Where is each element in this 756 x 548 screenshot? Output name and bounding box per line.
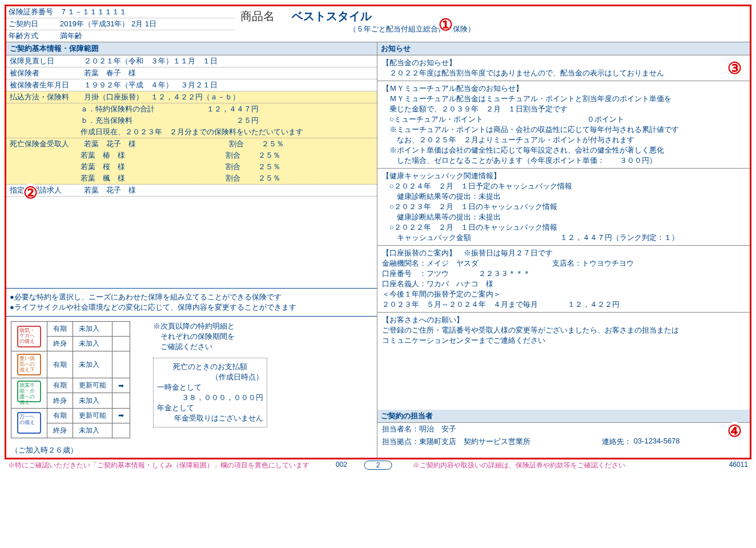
payment-b: ｂ．充当保険料 ２５円 bbox=[81, 115, 259, 126]
ratio-label: 割合 bbox=[206, 173, 240, 183]
rider-term: 有期 bbox=[47, 351, 73, 378]
contract-date: 2019年（平成31年） 2月 1日 bbox=[60, 19, 156, 29]
product-name: ベストスタイル bbox=[292, 10, 372, 22]
agent-tel-label: 連絡先： bbox=[602, 437, 632, 447]
document-header: 保険証券番号７１－１１１１１１ ご契約日2019年（平成31年） 2月 1日 年… bbox=[6, 6, 750, 42]
ratio-label: 割合 bbox=[206, 162, 240, 172]
product-subtitle: （５年ごと配当付組立総合保障保険） bbox=[349, 24, 744, 34]
rider-icon-sickness: 病気・ケガへの備え bbox=[17, 326, 41, 347]
bank-acct: フツウ ２２３３＊＊＊ bbox=[427, 269, 530, 279]
payout-box: 死亡のときのお支払額 （作成日時点） 一時金として ３８，０００，０００円 年金… bbox=[153, 358, 267, 427]
bank-schedule: ２０２３年 ５月～２０２４年 ４月まで毎月 １２，４２２円 bbox=[382, 299, 745, 310]
review-date-label: 保障見直し日 bbox=[10, 56, 84, 66]
my-mutual-block: 【ＭＹミューチュアル配当金のお知らせ】 ＭＹミューチュアル配当金はミューチュアル… bbox=[377, 81, 750, 169]
rider-note-line: ご確認ください bbox=[153, 342, 267, 352]
dividend-text: ２０２２年度は配当割当年度ではありませんので、配当金の表示はしておりません bbox=[382, 68, 745, 78]
payout-title: 死亡のときのお支払額 bbox=[157, 362, 263, 372]
bank-title: 【口座振替のご案内】 ※振替日は毎月２７日です bbox=[382, 248, 745, 258]
beneficiary-name: 若葉 楓 様 bbox=[81, 173, 206, 183]
main-content: ご契約基本情報・保障範囲 保障見直し日２０２１年（令和 ３年）１１月 １日 被保… bbox=[6, 42, 750, 458]
rider-term: 有期 bbox=[47, 378, 73, 393]
marker-3: ③ bbox=[727, 59, 742, 78]
my-line: 乗じた金額で、２０３９年 ２月 １日割当予定です bbox=[382, 104, 745, 114]
cashback-title: 【健康キャッシュバック関連情報】 bbox=[382, 171, 745, 181]
beneficiary-name: 若葉 椿 様 bbox=[81, 150, 206, 161]
dividend-title: 【配当金のお知らせ】 bbox=[382, 58, 745, 68]
annuity-value: 年金受取りはございません bbox=[157, 413, 263, 423]
request-line: コミュニケーションセンターまでご連絡ください bbox=[382, 335, 745, 346]
ratio-value: ２５％ bbox=[240, 162, 280, 172]
rider-status: 未加入 bbox=[73, 393, 112, 408]
footer-code: 46011 bbox=[729, 461, 748, 470]
footer-center-num: 002 bbox=[336, 461, 347, 469]
ratio-value: ２５％ bbox=[240, 173, 280, 183]
agent-tel: 03-1234-5678 bbox=[634, 437, 680, 447]
enrollment-age: （ご加入時２６歳） bbox=[6, 443, 377, 458]
cb-line: ○２０２４年 ２月 １日予定のキャッシュバック情報 bbox=[382, 181, 745, 191]
payment-note: 作成日現在、２０２３年 ２月分までの保険料をいただいています bbox=[81, 127, 303, 137]
payment-label: 払込方法・保険料 bbox=[10, 92, 84, 102]
rider-icon-death: 万一への備え bbox=[17, 412, 41, 434]
rider-term: 終身 bbox=[47, 393, 73, 408]
payment-value: 月掛（口座振替） １２，４２２円（ａ－ｂ） bbox=[84, 92, 373, 102]
rider-status: 更新可能 bbox=[73, 378, 112, 393]
bank-branch: トウヨウチヨウ bbox=[582, 258, 634, 269]
my-line: ※ポイント単価は会社の健全性に応じて毎年設定され、会社の健全性が著しく悪化 bbox=[382, 145, 745, 155]
rider-table: 病気・ケガへの備え 有期未加入 終身未加入 重い病気への備え下 有期未加入 就業… bbox=[11, 321, 130, 438]
bank-inst: メイジ ヤスダ bbox=[427, 258, 552, 269]
bank-branch-label: 支店名： bbox=[552, 258, 582, 269]
bank-acct-label: 口座番号 ： bbox=[382, 269, 427, 279]
rider-status: 未加入 bbox=[73, 423, 112, 438]
rider-side-note: ※次頁以降の特約明細と それぞれの保険期間を ご確認ください 死亡のときのお支払… bbox=[153, 321, 267, 438]
rider-note-line: ※次頁以降の特約明細と bbox=[153, 321, 267, 331]
ratio-label: 割合 bbox=[206, 150, 240, 161]
agent-section-title: ご契約の担当者 bbox=[377, 410, 750, 423]
agent-name: 明治 安子 bbox=[419, 425, 456, 433]
rider-arrow bbox=[112, 337, 130, 351]
my-line: ※ミューチュアル・ポイントは商品・会社の収益性に応じて毎年付与される累計値です bbox=[382, 125, 745, 135]
bank-inst-label: 金融機関名： bbox=[382, 258, 427, 269]
request-block: 【お客さまへのお願い】 ご登録のご住所・電話番号や受取人様の変更等がございました… bbox=[377, 313, 750, 410]
rider-area: 病気・ケガへの備え 有期未加入 終身未加入 重い病気への備え下 有期未加入 就業… bbox=[6, 317, 377, 443]
proxy-name: 若葉 花子 様 bbox=[84, 185, 373, 195]
cashback-block: 【健康キャッシュバック関連情報】 ○２０２４年 ２月 １日予定のキャッシュバック… bbox=[377, 169, 750, 246]
contract-date-label: ご契約日 bbox=[9, 19, 60, 29]
bank-holder-label: 口座名義人： bbox=[382, 279, 427, 289]
footer: ※特にご確認いただきたい「ご契約基本情報・しくみ（保障範囲）」欄の項目を黄色にし… bbox=[5, 459, 751, 471]
bank-block: 【口座振替のご案内】 ※振替日は毎月２７日です 金融機関名：メイジ ヤスダ支店名… bbox=[377, 246, 750, 313]
right-column: お知らせ 【配当金のお知らせ】 ２０２２年度は配当割当年度ではありませんので、配… bbox=[377, 42, 750, 458]
rider-note-line: それぞれの保険期間を bbox=[153, 331, 267, 342]
request-title: 【お客さまへのお願い】 bbox=[382, 315, 745, 325]
document-frame: ① ② ③ ④ 保険証券番号７１－１１１１１１ ご契約日2019年（平成31年）… bbox=[5, 5, 751, 459]
rider-status: 未加入 bbox=[73, 337, 112, 351]
policy-no: ７１－１１１１１１ bbox=[60, 7, 127, 17]
rider-status: 未加入 bbox=[73, 351, 112, 378]
ratio-label: 割合 bbox=[210, 139, 244, 149]
insured-name: 若葉 春子 様 bbox=[84, 68, 373, 78]
proxy-label: 指定代理請求人 bbox=[10, 185, 84, 195]
marker-4: ④ bbox=[727, 422, 742, 441]
marker-1: ① bbox=[439, 15, 453, 34]
bank-schedule-title: ＜今後１年間の振替予定のご案内＞ bbox=[382, 289, 745, 299]
note-line: ●必要な特約を選択し、ニーズにあわせた保障を組み立てることができる保険です bbox=[10, 292, 373, 302]
agent-office: 東陽町支店 契約サービス営業所 bbox=[419, 437, 602, 447]
notice-section-title: お知らせ bbox=[377, 42, 750, 55]
bank-holder: ワカバ ハナコ 様 bbox=[427, 279, 493, 289]
payment-a: ａ．特約保険料の合計 １２，４４７円 bbox=[81, 104, 259, 114]
rider-arrow bbox=[112, 393, 130, 408]
beneficiary-name: 若葉 花子 様 bbox=[84, 139, 210, 149]
dob: １９９２年（平成 ４年） ３月２１日 bbox=[84, 80, 373, 90]
cb-line: 健康診断結果等の提出：未提出 bbox=[382, 191, 745, 202]
cb-line: 健康診断結果等の提出：未提出 bbox=[382, 212, 745, 222]
agent-office-label: 担当拠点： bbox=[382, 437, 419, 447]
agent-name-label: 担当者名： bbox=[382, 425, 419, 433]
footer-left-note: ※特にご確認いただきたい「ご契約基本情報・しくみ（保障範囲）」欄の項目を黄色にし… bbox=[8, 461, 309, 470]
footer-right-note: ※ご契約内容や取扱いの詳細は、保険証券や約款等をご確認ください bbox=[413, 461, 625, 470]
note-line: ●ライフサイクルや社会環境などの変化に応じて、保障内容を変更することができます bbox=[10, 302, 373, 313]
beneficiary-name: 若葉 桜 様 bbox=[81, 162, 206, 172]
annuity-label: 年金として bbox=[157, 403, 263, 413]
ratio-value: ２５％ bbox=[244, 139, 284, 149]
insured-label: 被保険者 bbox=[10, 68, 84, 78]
dob-label: 被保険者生年月日 bbox=[10, 80, 84, 90]
rider-term: 終身 bbox=[47, 423, 73, 438]
